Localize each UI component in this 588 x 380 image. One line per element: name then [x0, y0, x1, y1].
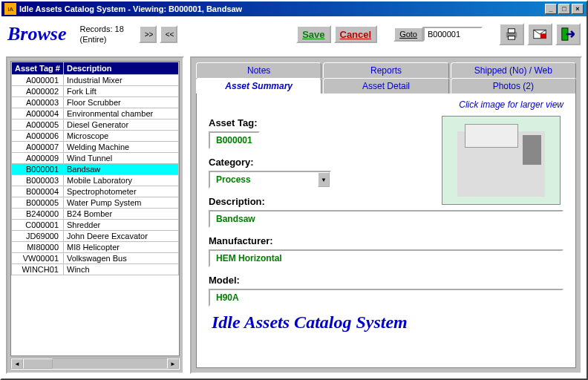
table-row[interactable]: WINCH01Winch [12, 264, 179, 275]
horizontal-scrollbar[interactable]: ◄ ► [10, 358, 180, 370]
col-header-desc[interactable]: Description [64, 62, 179, 75]
printer-icon [505, 27, 518, 41]
cell-tag: C000001 [12, 220, 64, 231]
label-model: Model: [209, 275, 564, 286]
goto-input[interactable] [423, 27, 483, 42]
cell-tag: VW00001 [12, 253, 64, 264]
cell-tag: A000005 [12, 119, 64, 131]
cell-desc: Floor Scrubber [64, 97, 179, 108]
table-row[interactable]: MI80000MI8 Helicopter [12, 242, 179, 253]
mail-button[interactable] [527, 23, 552, 45]
cell-tag: A000007 [12, 142, 64, 153]
cancel-button[interactable]: Cancel [334, 25, 378, 43]
image-hint: Click image for larger view [209, 99, 564, 110]
tab-body: Click image for larger view Asset Tag: B… [196, 94, 576, 368]
maximize-button[interactable]: □ [558, 4, 570, 14]
minimize-button[interactable]: _ [545, 4, 557, 14]
chevron-down-icon[interactable]: ▼ [318, 172, 330, 187]
cell-tag: B240000 [12, 209, 64, 220]
cell-tag: A000001 [12, 75, 64, 86]
col-header-tag[interactable]: Asset Tag # [12, 62, 64, 75]
cell-tag: A000006 [12, 131, 64, 142]
cell-tag: MI80000 [12, 242, 64, 253]
svg-rect-2 [509, 36, 515, 40]
table-row[interactable]: B000005Water Pump System [12, 197, 179, 209]
toolbar: Browse Records: 18 (Entire) >> << Save C… [1, 16, 587, 52]
cell-desc: Winch [64, 264, 179, 275]
table-row[interactable]: A000004Environmental chamber [12, 108, 179, 119]
close-button[interactable]: × [572, 4, 584, 14]
value-asset-tag: B000001 [209, 131, 260, 149]
save-button[interactable]: Save [296, 25, 330, 43]
cell-desc: Fork Lift [64, 86, 179, 97]
value-description: Bandsaw [209, 210, 564, 228]
content-area: Asset Tag # Description A000001Industria… [1, 52, 587, 379]
table-row[interactable]: A000007Welding Machine [12, 142, 179, 153]
tab-photos-2-[interactable]: Photos (2) [451, 78, 576, 94]
tab-reports[interactable]: Reports [323, 62, 448, 78]
tab-notes[interactable]: Notes [196, 62, 321, 78]
cell-desc: Wind Tunnel [64, 153, 179, 164]
cell-tag: B000004 [12, 186, 64, 197]
scroll-left-button[interactable]: ◄ [11, 358, 23, 369]
svg-rect-1 [509, 29, 515, 33]
cell-tag: B000003 [12, 175, 64, 186]
browse-title: Browse [7, 23, 66, 45]
svg-rect-4 [540, 33, 546, 39]
titlebar-text: Idle Assets Catalog System - Viewing: B0… [19, 4, 545, 13]
records-count: Records: 18 [79, 24, 123, 34]
table-row[interactable]: JD69000John Deere Excavator [12, 231, 179, 242]
value-model: H90A [209, 289, 564, 307]
table-row[interactable]: A000009Wind Tunnel [12, 153, 179, 164]
table-row[interactable]: B000001Bandsaw [12, 164, 179, 175]
cell-tag: A000009 [12, 153, 64, 164]
bandsaw-image [457, 131, 545, 197]
table-row[interactable]: A000005Diesel Generator [12, 119, 179, 131]
table-row[interactable]: A000002Fork Lift [12, 86, 179, 97]
cell-desc: Industrial Mixer [64, 75, 179, 86]
category-combo[interactable]: Process ▼ [209, 171, 331, 189]
tab-asset-summary[interactable]: Asset Summary [196, 78, 321, 94]
cell-desc: Volkswagen Bus [64, 253, 179, 264]
cell-tag: A000003 [12, 97, 64, 108]
app-icon: IA [4, 3, 16, 15]
cell-desc: Diesel Generator [64, 119, 179, 131]
table-row[interactable]: C000001Shredder [12, 220, 179, 231]
exit-icon [561, 26, 575, 42]
records-scope: (Entire) [79, 34, 123, 45]
tab-asset-detail[interactable]: Asset Detail [323, 78, 448, 94]
table-row[interactable]: A000001Industrial Mixer [12, 75, 179, 86]
asset-thumbnail[interactable] [442, 116, 561, 205]
envelope-icon [533, 28, 546, 40]
cell-desc: Microscope [64, 131, 179, 142]
table-row[interactable]: B240000B24 Bomber [12, 209, 179, 220]
cell-desc: MI8 Helicopter [64, 242, 179, 253]
category-value: Process [210, 172, 318, 187]
goto-button[interactable]: Goto [393, 27, 423, 42]
nav-next-button[interactable]: >> [139, 25, 157, 43]
cell-tag: A000002 [12, 86, 64, 97]
titlebar: IA Idle Assets Catalog System - Viewing:… [1, 1, 587, 16]
tab-shipped-no-web[interactable]: Shipped (No) / Web [451, 62, 576, 78]
table-row[interactable]: B000004Spectrophotometer [12, 186, 179, 197]
cell-desc: Environmental chamber [64, 108, 179, 119]
exit-button[interactable] [555, 23, 581, 45]
scroll-thumb[interactable] [23, 358, 53, 369]
table-row[interactable]: A000003Floor Scrubber [12, 97, 179, 108]
cell-tag: B000005 [12, 197, 64, 209]
records-info: Records: 18 (Entire) [79, 24, 123, 45]
table-row[interactable]: B000003Mobile Laboratory [12, 175, 179, 186]
scroll-right-button[interactable]: ► [167, 358, 179, 369]
main-window: IA Idle Assets Catalog System - Viewing:… [0, 0, 588, 380]
print-button[interactable] [499, 23, 524, 45]
cell-tag: A000004 [12, 108, 64, 119]
nav-prev-button[interactable]: << [160, 25, 177, 43]
cell-desc: Welding Machine [64, 142, 179, 153]
table-row[interactable]: VW00001Volkswagen Bus [12, 253, 179, 264]
table-row[interactable]: A000006Microscope [12, 131, 179, 142]
cell-tag: JD69000 [12, 231, 64, 242]
detail-panel: NotesReportsShipped (No) / Web Asset Sum… [190, 56, 582, 374]
asset-list-panel: Asset Tag # Description A000001Industria… [6, 56, 184, 374]
cell-desc: Mobile Laboratory [64, 175, 179, 186]
asset-grid[interactable]: Asset Tag # Description A000001Industria… [10, 61, 180, 356]
